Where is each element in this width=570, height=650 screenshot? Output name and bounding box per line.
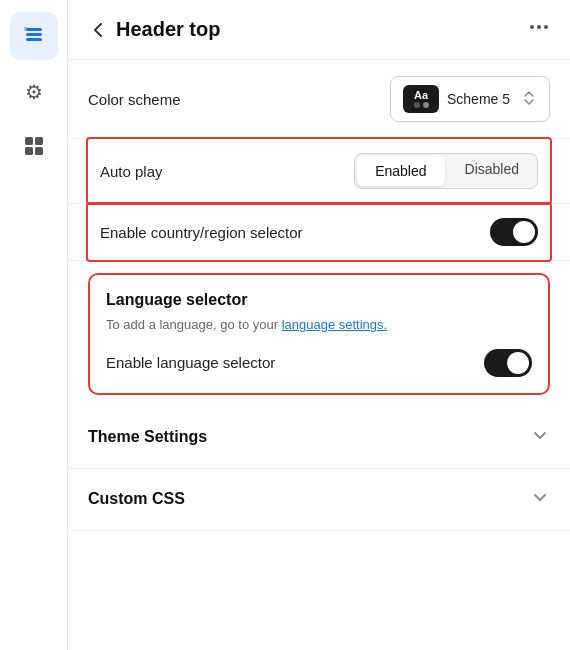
- widgets-icon: [24, 136, 44, 161]
- language-selector-title: Language selector: [106, 291, 532, 309]
- svg-rect-0: [26, 28, 42, 31]
- custom-css-title: Custom CSS: [88, 490, 185, 508]
- gear-icon: ⚙: [25, 80, 43, 104]
- svg-rect-7: [35, 147, 43, 155]
- more-button[interactable]: [528, 16, 550, 43]
- svg-point-10: [544, 25, 548, 29]
- dot-2: [423, 102, 429, 108]
- layers-icon: [23, 23, 45, 50]
- svg-point-9: [537, 25, 541, 29]
- svg-rect-1: [26, 33, 42, 36]
- svg-rect-6: [25, 147, 33, 155]
- settings-content: Color scheme Aa Scheme 5: [68, 60, 570, 531]
- autoplay-row-wrapper: Auto play Enabled Disabled: [68, 139, 570, 204]
- custom-css-section[interactable]: Custom CSS: [68, 469, 570, 531]
- svg-rect-5: [35, 137, 43, 145]
- country-selector-toggle[interactable]: [490, 218, 538, 246]
- theme-settings-section[interactable]: Theme Settings: [68, 407, 570, 469]
- scheme-name: Scheme 5: [447, 91, 510, 107]
- language-enable-label: Enable language selector: [106, 354, 275, 371]
- dot-1: [414, 102, 420, 108]
- autoplay-enabled-option[interactable]: Enabled: [357, 156, 444, 186]
- sidebar-item-settings[interactable]: ⚙: [10, 68, 58, 116]
- color-scheme-left: Aa Scheme 5: [403, 85, 510, 113]
- svg-point-8: [530, 25, 534, 29]
- autoplay-label: Auto play: [100, 163, 163, 180]
- back-button[interactable]: [88, 20, 108, 40]
- main-panel: Header top Color scheme Aa: [68, 0, 570, 650]
- country-selector-label: Enable country/region selector: [100, 224, 303, 241]
- language-selector-toggle[interactable]: [484, 349, 532, 377]
- language-selector-section: Language selector To add a language, go …: [88, 273, 550, 395]
- sidebar-item-widgets[interactable]: [10, 124, 58, 172]
- theme-settings-chevron-icon: [530, 425, 550, 450]
- page-header: Header top: [68, 0, 570, 60]
- country-row-wrapper: Enable country/region selector: [68, 204, 570, 261]
- page-title: Header top: [116, 18, 220, 41]
- lang-desc-text: To add a language, go to your: [106, 317, 282, 332]
- color-scheme-row: Color scheme Aa Scheme 5: [68, 60, 570, 139]
- country-selector-row: Enable country/region selector: [88, 204, 550, 260]
- theme-settings-title: Theme Settings: [88, 428, 207, 446]
- color-scheme-select[interactable]: Aa Scheme 5: [390, 76, 550, 122]
- sidebar-item-layers[interactable]: [10, 12, 58, 60]
- header-left: Header top: [88, 18, 220, 41]
- custom-css-chevron-icon: [530, 487, 550, 512]
- aa-dots: [414, 102, 429, 108]
- autoplay-toggle-group[interactable]: Enabled Disabled: [354, 153, 538, 189]
- aa-text: Aa: [414, 90, 428, 101]
- chevron-updown-icon: [521, 89, 537, 110]
- svg-rect-3: [24, 27, 28, 31]
- color-scheme-label: Color scheme: [88, 91, 181, 108]
- aa-icon: Aa: [403, 85, 439, 113]
- svg-rect-2: [26, 38, 42, 41]
- language-enable-row: Enable language selector: [106, 349, 532, 377]
- autoplay-disabled-option[interactable]: Disabled: [447, 154, 537, 188]
- language-selector-desc: To add a language, go to your language s…: [106, 315, 532, 335]
- autoplay-row: Auto play Enabled Disabled: [88, 139, 550, 203]
- svg-rect-4: [25, 137, 33, 145]
- sidebar: ⚙: [0, 0, 68, 650]
- language-settings-link[interactable]: language settings.: [282, 317, 388, 332]
